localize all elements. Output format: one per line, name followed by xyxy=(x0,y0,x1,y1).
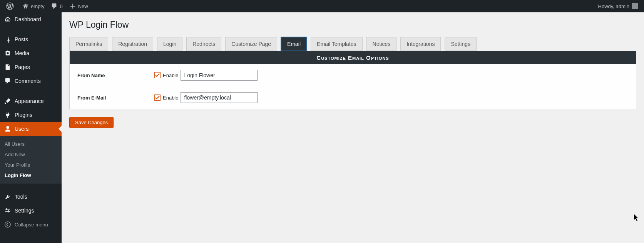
setting-row-from-email: From E-MailEnable xyxy=(70,86,636,109)
settings-panel: Customize Email Options From NameEnableF… xyxy=(69,51,636,109)
sidebar-item-appearance[interactable]: Appearance xyxy=(0,94,62,108)
sidebar-item-label: Pages xyxy=(15,64,30,70)
sidebar-item-plugins[interactable]: Plugins xyxy=(0,108,62,122)
wordpress-icon xyxy=(6,2,14,10)
sidebar-item-comments[interactable]: Comments xyxy=(0,74,62,88)
tab-login[interactable]: Login xyxy=(157,37,182,51)
submenu-item-your-profile[interactable]: Your Profile xyxy=(0,160,62,170)
sidebar-item-label: Posts xyxy=(15,36,28,42)
tab-notices[interactable]: Notices xyxy=(366,37,397,51)
sidebar-item-label: Plugins xyxy=(15,112,32,118)
sidebar-item-pages[interactable]: Pages xyxy=(0,60,62,74)
sidebar-item-users[interactable]: Users xyxy=(0,122,62,136)
tab-email[interactable]: Email xyxy=(281,37,307,51)
collapse-label: Collapse menu xyxy=(15,222,48,228)
tabs-nav: PermalinksRegistrationLoginRedirectsCust… xyxy=(69,37,636,51)
admin-toolbar-right: Howdy, admin xyxy=(595,0,641,12)
tab-email-templates[interactable]: Email Templates xyxy=(311,37,362,51)
setting-controls: Enable xyxy=(147,86,636,109)
sidebar-item-label: Appearance xyxy=(15,98,44,104)
wrench-icon xyxy=(4,193,12,201)
sidebar-item-settings[interactable]: Settings xyxy=(0,204,62,218)
admin-sidebar: DashboardPostsMediaPagesCommentsAppearan… xyxy=(0,12,62,243)
sidebar-item-tools[interactable]: Tools xyxy=(0,190,62,204)
howdy-label: Howdy, admin xyxy=(598,3,629,9)
comments-count: 0 xyxy=(60,3,62,9)
sidebar-submenu: All UsersAdd NewYour ProfileLogin Flow xyxy=(0,136,62,184)
tab-permalinks[interactable]: Permalinks xyxy=(69,37,108,51)
form-table: From NameEnableFrom E-MailEnable xyxy=(70,64,636,109)
sidebar-item-label: Settings xyxy=(15,208,34,214)
new-content-link[interactable]: New xyxy=(66,0,91,12)
sidebar-item-label: Tools xyxy=(15,194,27,200)
sidebar-item-label: Dashboard xyxy=(15,16,41,22)
submenu-item-login-flow[interactable]: Login Flow xyxy=(0,170,62,181)
tab-settings[interactable]: Settings xyxy=(445,37,477,51)
page-content: WP Login Flow PermalinksRegistrationLogi… xyxy=(62,12,644,243)
setting-controls: Enable xyxy=(147,64,636,86)
new-label: New xyxy=(78,3,88,9)
comments-link[interactable]: 0 xyxy=(47,0,65,12)
wp-logo[interactable] xyxy=(3,0,18,12)
sidebar-item-label: Users xyxy=(15,126,29,132)
svg-point-0 xyxy=(5,222,10,227)
tab-integrations[interactable]: Integrations xyxy=(400,37,441,51)
enable-label[interactable]: Enable xyxy=(163,95,178,101)
dashboard-icon xyxy=(4,15,12,23)
site-name-label: empty xyxy=(31,3,44,9)
tab-customize-page[interactable]: Customize Page xyxy=(225,37,277,51)
submenu-item-add-new[interactable]: Add New xyxy=(0,149,62,160)
sliders-icon xyxy=(4,207,12,214)
site-name-link[interactable]: empty xyxy=(18,0,47,12)
setting-label: From E-Mail xyxy=(70,86,147,109)
plug-icon xyxy=(4,111,12,119)
admin-toolbar: empty 0 New Howdy, admin xyxy=(0,0,644,12)
sidebar-item-label: Comments xyxy=(15,78,41,84)
media-icon xyxy=(4,49,12,57)
tab-registration[interactable]: Registration xyxy=(112,37,153,51)
sidebar-item-media[interactable]: Media xyxy=(0,46,62,60)
brush-icon xyxy=(4,97,12,105)
page-title: WP Login Flow xyxy=(69,16,636,32)
sidebar-item-dashboard[interactable]: Dashboard xyxy=(0,12,62,26)
page-icon xyxy=(4,63,12,71)
admin-toolbar-left: empty 0 New xyxy=(3,0,91,12)
comment-icon xyxy=(4,77,12,85)
save-changes-button[interactable]: Save Changes xyxy=(69,117,114,128)
plus-icon xyxy=(69,2,77,10)
setting-row-from-name: From NameEnable xyxy=(70,64,636,86)
user-icon xyxy=(4,125,12,133)
tab-redirects[interactable]: Redirects xyxy=(186,37,221,51)
panel-heading: Customize Email Options xyxy=(70,51,636,64)
comment-icon xyxy=(50,2,58,10)
home-icon xyxy=(22,2,29,10)
from-email-input[interactable] xyxy=(181,92,258,103)
account-link[interactable]: Howdy, admin xyxy=(595,0,641,12)
collapse-menu[interactable]: Collapse menu xyxy=(0,218,62,231)
sidebar-item-posts[interactable]: Posts xyxy=(0,32,62,46)
setting-label: From Name xyxy=(70,64,147,86)
collapse-icon xyxy=(4,221,12,228)
enable-label[interactable]: Enable xyxy=(163,73,178,78)
sidebar-item-label: Media xyxy=(15,50,29,56)
from-name-input[interactable] xyxy=(181,70,258,81)
enable-checkbox-from-name[interactable] xyxy=(154,72,161,78)
avatar xyxy=(632,3,638,9)
submenu-item-all-users[interactable]: All Users xyxy=(0,139,62,149)
enable-checkbox-from-email[interactable] xyxy=(154,94,161,101)
pushpin-icon xyxy=(4,35,12,43)
